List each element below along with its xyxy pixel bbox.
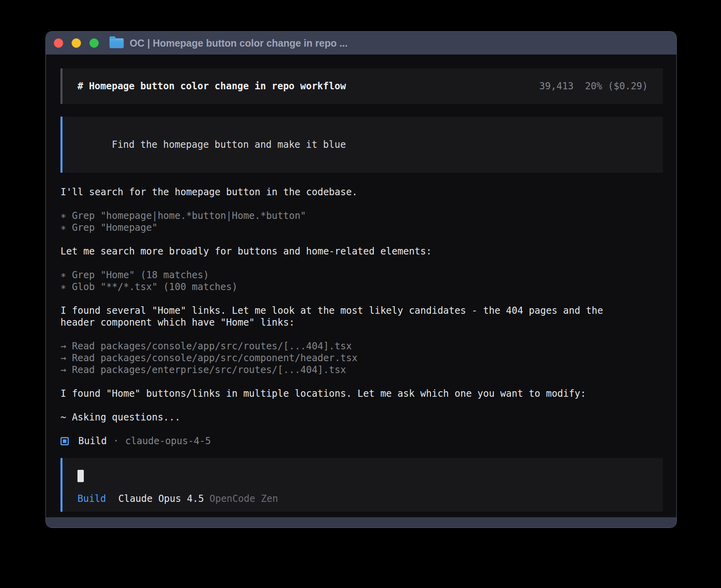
tool-call-line: ∗ Grep "Homepage" xyxy=(60,222,663,234)
model-label[interactable]: Claude Opus 4.5 xyxy=(118,493,204,505)
terminal-window: OC | Homepage button color change in rep… xyxy=(45,31,677,528)
window-bottom-chrome xyxy=(46,517,676,528)
assistant-text-line: I found several "Home" links. Let me loo… xyxy=(60,305,663,317)
agent-model: claude-opus-4-5 xyxy=(125,435,211,447)
close-button[interactable] xyxy=(54,38,63,48)
input-status-line: Build Claude Opus 4.5 OpenCode Zen xyxy=(77,493,648,505)
tool-call-line: ∗ Glob "**/*.tsx" (100 matches) xyxy=(60,281,663,293)
assistant-text-line: Let me search more broadly for buttons a… xyxy=(60,245,663,257)
assistant-text-line: ~ Asking questions... xyxy=(60,411,663,423)
tool-call-line: → Read packages/enterprise/src/routes/[.… xyxy=(60,364,663,376)
token-count: 39,413 xyxy=(539,80,574,92)
user-message-text: Find the homepage button and make it blu… xyxy=(112,139,346,150)
user-message: Find the homepage button and make it blu… xyxy=(60,117,663,173)
transcript: I'll search for the homepage button in t… xyxy=(60,186,663,447)
blank-line xyxy=(60,423,663,435)
tool-call-line: → Read packages/console/app/src/routes/[… xyxy=(60,340,663,352)
assistant-text-line: I found "Home" buttons/links in multiple… xyxy=(60,388,663,400)
folder-icon xyxy=(109,38,124,48)
blank-line xyxy=(60,376,663,388)
agent-status-line: Build·claude-opus-4-5 xyxy=(60,435,663,447)
minimize-button[interactable] xyxy=(72,38,81,48)
session-title: # Homepage button color change in repo w… xyxy=(77,80,346,92)
window-titlebar[interactable]: OC | Homepage button color change in rep… xyxy=(46,32,676,55)
window-title: OC | Homepage button color change in rep… xyxy=(130,38,347,49)
prompt-input[interactable]: Build Claude Opus 4.5 OpenCode Zen xyxy=(60,458,663,512)
blank-line xyxy=(60,257,663,269)
separator-dot: · xyxy=(113,435,119,447)
agent-mode-label[interactable]: Build xyxy=(77,493,106,505)
session-header: # Homepage button color change in repo w… xyxy=(60,68,663,104)
assistant-text-line: I'll search for the homepage button in t… xyxy=(60,186,663,198)
blank-line xyxy=(60,293,663,305)
session-stats: 39,413 20% ($0.29) xyxy=(539,80,648,92)
agent-name: Build xyxy=(78,435,107,447)
provider-label: OpenCode Zen xyxy=(210,493,278,505)
blank-line xyxy=(60,328,663,340)
traffic-lights xyxy=(54,38,99,48)
tool-call-line: ∗ Grep "homepage|home.*button|Home.*butt… xyxy=(60,210,663,222)
agent-checkbox-icon xyxy=(60,437,69,445)
blank-line xyxy=(60,198,663,210)
tool-call-line: ∗ Grep "Home" (18 matches) xyxy=(60,269,663,281)
blank-line xyxy=(60,234,663,245)
blank-line xyxy=(60,400,663,411)
context-cost: 20% ($0.29) xyxy=(585,80,648,92)
text-cursor xyxy=(77,470,84,482)
terminal-content: # Homepage button color change in repo w… xyxy=(46,55,676,518)
maximize-button[interactable] xyxy=(89,38,99,48)
assistant-text-line: header component which have "Home" links… xyxy=(60,317,663,328)
tool-call-line: → Read packages/console/app/src/componen… xyxy=(60,352,663,364)
